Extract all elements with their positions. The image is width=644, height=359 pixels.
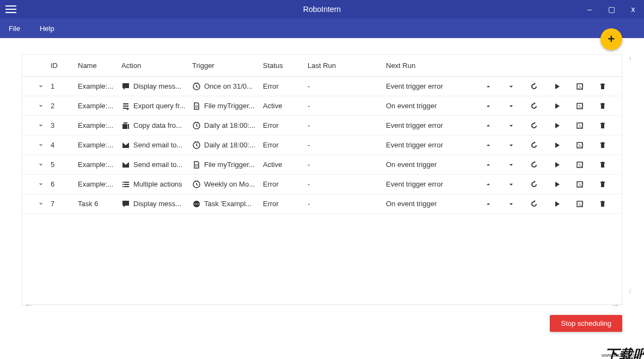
horizontal-scroll[interactable]: ← → — [22, 300, 622, 311]
cell-nextrun: Event trigger error — [386, 141, 473, 149]
cell-name: Example:... — [78, 121, 121, 129]
message-icon — [121, 82, 130, 91]
cell-nextrun: Event trigger error — [386, 121, 473, 129]
menu-help[interactable]: Help — [40, 24, 54, 33]
move-up-button[interactable] — [483, 101, 493, 111]
run-button[interactable] — [552, 82, 562, 91]
table-row[interactable]: 7 Task 6 Display mess... Task 'Exampl...… — [22, 194, 622, 214]
cell-status: Error — [263, 180, 308, 188]
move-down-button[interactable] — [506, 140, 516, 150]
expand-row-icon[interactable] — [36, 121, 45, 130]
move-up-button[interactable] — [483, 140, 493, 150]
run-button[interactable] — [552, 140, 562, 150]
move-down-button[interactable] — [506, 101, 516, 111]
delete-button[interactable] — [598, 82, 608, 91]
move-up-button[interactable] — [483, 199, 493, 209]
run-button[interactable] — [552, 199, 562, 209]
move-up-button[interactable] — [483, 82, 493, 91]
hamburger-menu-button[interactable] — [0, 0, 22, 18]
message-icon — [121, 200, 130, 208]
cell-id: 2 — [51, 102, 78, 110]
refresh-button[interactable] — [529, 121, 539, 131]
expand-row-icon[interactable] — [36, 180, 45, 189]
maximize-button[interactable]: ▢ — [600, 0, 622, 18]
expand-row-icon[interactable] — [36, 82, 45, 91]
header-status[interactable]: Status — [263, 61, 308, 70]
move-down-button[interactable] — [506, 82, 516, 91]
move-down-button[interactable] — [506, 180, 516, 189]
delete-button[interactable] — [598, 199, 608, 209]
edit-button[interactable] — [575, 160, 585, 170]
minimize-button[interactable]: – — [579, 0, 600, 18]
export-icon — [121, 102, 130, 110]
move-up-button[interactable] — [483, 121, 493, 131]
refresh-button[interactable] — [529, 101, 539, 111]
run-button[interactable] — [552, 121, 562, 131]
table-row[interactable]: 3 Example:... Copy data fro... Daily at … — [22, 116, 622, 135]
edit-button[interactable] — [575, 121, 585, 131]
cell-trigger: File myTrigger... — [192, 102, 263, 110]
scroll-right-icon[interactable]: → — [610, 300, 620, 311]
delete-button[interactable] — [598, 140, 608, 150]
scroll-up-icon[interactable]: ↑ — [628, 54, 632, 63]
delete-button[interactable] — [598, 121, 608, 131]
vertical-scroll[interactable]: ↑ ↓ — [628, 54, 632, 295]
table-row[interactable]: 6 Example:... Multiple actions Weekly on… — [22, 175, 622, 194]
refresh-button[interactable] — [529, 160, 539, 170]
cell-id: 7 — [51, 200, 78, 208]
expand-row-icon[interactable] — [36, 200, 45, 208]
header-action[interactable]: Action — [121, 61, 192, 70]
table-row[interactable]: 2 Example:... Export query fr... File my… — [22, 96, 622, 116]
expand-row-icon[interactable] — [36, 102, 45, 110]
header-id[interactable]: ID — [51, 61, 78, 70]
close-button[interactable]: x — [622, 0, 644, 18]
expand-row-icon[interactable] — [36, 141, 45, 150]
table-row[interactable]: 5 Example:... Send email to... File myTr… — [22, 155, 622, 175]
header-lastrun[interactable]: Last Run — [308, 61, 386, 70]
refresh-button[interactable] — [529, 140, 539, 150]
cell-trigger: Weekly on Mo... — [192, 180, 263, 189]
header-name[interactable]: Name — [78, 61, 121, 70]
edit-button[interactable] — [575, 199, 585, 209]
table-row[interactable]: 1 Example:... Display mess... Once on 31… — [22, 77, 622, 96]
move-down-button[interactable] — [506, 121, 516, 131]
edit-button[interactable] — [575, 82, 585, 91]
stop-scheduling-button[interactable]: Stop scheduling — [550, 315, 622, 332]
refresh-button[interactable] — [529, 82, 539, 91]
cell-trigger: File myTrigger... — [192, 160, 263, 169]
cell-status: Active — [263, 160, 308, 169]
cell-name: Example:... — [78, 180, 121, 188]
refresh-button[interactable] — [529, 199, 539, 209]
delete-button[interactable] — [598, 180, 608, 189]
move-up-button[interactable] — [483, 160, 493, 170]
edit-button[interactable] — [575, 101, 585, 111]
header-trigger[interactable]: Trigger — [192, 61, 263, 70]
menu-file[interactable]: File — [9, 24, 20, 33]
delete-button[interactable] — [598, 101, 608, 111]
scroll-down-icon[interactable]: ↓ — [628, 286, 632, 295]
edit-button[interactable] — [575, 180, 585, 189]
cell-trigger: Daily at 18:00:... — [192, 141, 263, 150]
cell-name: Example:... — [78, 82, 121, 90]
table-row[interactable]: 4 Example:... Send email to... Daily at … — [22, 135, 622, 155]
refresh-button[interactable] — [529, 180, 539, 189]
expand-row-icon[interactable] — [36, 160, 45, 169]
add-task-fab[interactable]: + — [600, 28, 622, 50]
cell-nextrun: On event trigger — [386, 200, 473, 208]
mail-icon — [121, 160, 130, 169]
edit-button[interactable] — [575, 140, 585, 150]
run-button[interactable] — [552, 180, 562, 189]
delete-button[interactable] — [598, 160, 608, 170]
cell-name: Example:... — [78, 160, 121, 169]
move-up-button[interactable] — [483, 180, 493, 189]
cell-lastrun: - — [308, 82, 386, 90]
move-down-button[interactable] — [506, 199, 516, 209]
move-down-button[interactable] — [506, 160, 516, 170]
run-button[interactable] — [552, 101, 562, 111]
content-area: ID Name Action Trigger Status Last Run N… — [0, 38, 644, 359]
run-button[interactable] — [552, 160, 562, 170]
scroll-left-icon[interactable]: ← — [24, 300, 34, 311]
file-icon — [192, 102, 201, 110]
header-nextrun[interactable]: Next Run — [386, 61, 473, 70]
clock-icon — [192, 82, 201, 91]
